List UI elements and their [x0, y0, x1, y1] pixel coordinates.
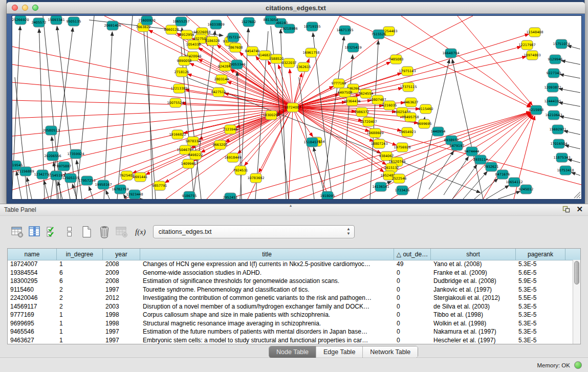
trash-icon[interactable]: [97, 225, 112, 239]
table-cell: 1: [57, 336, 103, 344]
splitter-handle-icon[interactable]: ▴: [290, 203, 292, 208]
table-options-icon[interactable]: [10, 225, 25, 239]
table-cell: 5.3E-5: [516, 260, 565, 269]
close-panel-icon[interactable]: ✕: [576, 205, 583, 213]
checkbox-list-icon[interactable]: [62, 225, 77, 239]
table-cell: Jankovic et al. (1997): [431, 286, 516, 294]
table-cell: 2: [57, 286, 103, 294]
network-node-label: 9129946: [548, 57, 563, 61]
network-node-label: 7485083: [389, 57, 404, 61]
column-header-2[interactable]: year: [103, 249, 140, 260]
network-node-label: 1054338: [186, 42, 201, 47]
network-node-label: 12505135: [62, 176, 79, 180]
network-node-label: 2522546: [392, 177, 407, 181]
network-node-label: 1362615: [296, 65, 311, 69]
network-node-label: 2718126: [175, 70, 189, 74]
memory-ok-indicator-icon[interactable]: [574, 361, 582, 369]
network-node-label: 9245012: [519, 187, 534, 191]
network-node-label: 8215958: [529, 108, 544, 112]
table-cell: Estimation of significance thresholds fo…: [140, 277, 394, 286]
table-cell: 5.3E-5: [516, 311, 565, 319]
column-header-6[interactable]: pagerank: [516, 249, 565, 260]
network-node-label: 7357224: [226, 35, 241, 39]
network-node-label: 20580513: [42, 128, 59, 133]
network-node-label: 10719155: [303, 25, 320, 29]
table-row[interactable]: 1938455462009Genome-wide association stu…: [8, 269, 573, 277]
float-panel-icon[interactable]: [562, 206, 570, 213]
table-row[interactable]: 946554611997Estimation of the future num…: [8, 327, 573, 336]
table-cell: Structural magnetic resonance image aver…: [140, 319, 394, 328]
network-node-label: 8454749: [245, 49, 260, 53]
table-cell: 2008: [103, 260, 140, 269]
network-node-label: 21600920: [138, 18, 155, 23]
table-cell: 0: [394, 277, 431, 286]
table-cell: 1: [57, 327, 103, 336]
network-node-label: 7663822: [136, 25, 151, 29]
network-node-label: 6216035: [382, 103, 397, 107]
network-node-label: 20364436: [343, 99, 360, 103]
table-row[interactable]: 1872400712008Changes of HCN gene express…: [8, 260, 573, 269]
network-node-label: 20691406: [104, 24, 121, 28]
window-titlebar[interactable]: citations_edges.txt: [7, 2, 585, 14]
table-cell: 5.3E-5: [516, 286, 565, 294]
delete-table-disabled-icon[interactable]: [115, 225, 129, 239]
network-node-label: 15093341: [48, 18, 64, 22]
table-cell: Hescheler et al. (1997): [431, 336, 516, 344]
table-cell: 22420046: [8, 294, 57, 302]
table-cell: 2009: [103, 269, 140, 277]
tab-network-table[interactable]: Network Table: [363, 346, 418, 358]
table-panel-header: ▴ Table Panel ✕: [0, 204, 588, 216]
network-node-label: 11156889: [17, 169, 34, 173]
select-checks-icon[interactable]: [45, 225, 59, 239]
table-row[interactable]: 2242004622012Investigating the contribut…: [8, 294, 573, 302]
tab-edge-table[interactable]: Edge Table: [316, 346, 363, 358]
table-cell: 0: [394, 336, 431, 344]
table-selector-dropdown[interactable]: citations_edges.txt ▲▼: [153, 225, 355, 238]
network-node-label: 16918449: [224, 156, 241, 160]
table-row[interactable]: 1456911722003Disruption of a novel membe…: [8, 302, 573, 311]
vertical-scrollbar[interactable]: [573, 260, 580, 344]
column-header-1[interactable]: in_degree: [57, 249, 103, 260]
citation-network-graph[interactable]: 1872400776638228660128891295418226058932…: [12, 16, 581, 199]
network-node-label: 16210643: [545, 113, 562, 117]
table-cell: 14569117: [8, 302, 57, 311]
network-node-label: 19166822: [169, 133, 186, 137]
node-attribute-table: namein_degreeyeartitle△ out_de…shortpage…: [7, 248, 581, 344]
network-node-label: 1691441: [133, 175, 148, 179]
dropdown-stepper-icon: ▲▼: [346, 227, 351, 236]
table-row[interactable]: 946362711997Embryonic stem cells: a mode…: [8, 336, 573, 344]
table-row[interactable]: 1830029562008Estimation of significance …: [8, 277, 573, 286]
column-select-icon[interactable]: [28, 225, 42, 239]
network-node-label: 16961758: [302, 51, 319, 55]
table-cell: 9115460: [8, 286, 57, 294]
table-row[interactable]: 911546021997Tourette syndrome. Phenomeno…: [8, 286, 573, 294]
selected-table-name: citations_edges.txt: [159, 228, 212, 235]
table-row[interactable]: 969969511998Structural magnetic resonanc…: [8, 319, 573, 328]
network-node-label: 19218986: [280, 27, 297, 31]
column-header-5[interactable]: short: [431, 249, 516, 260]
table-cell: 49: [394, 260, 431, 269]
network-node-label: 15184575: [303, 140, 320, 144]
network-node-label: 7515526: [372, 32, 386, 36]
function-builder-icon[interactable]: f(x): [135, 228, 146, 236]
scrollbar-thumb[interactable]: [574, 261, 579, 285]
network-node-label: 2405572: [32, 20, 47, 25]
table-cell: 5.3E-5: [516, 336, 565, 344]
network-node-label: 16033809: [207, 23, 224, 27]
network-node-label: 10783692: [247, 176, 264, 180]
network-node-label: 8813054: [264, 18, 278, 22]
column-header-4[interactable]: △ out_de…: [394, 249, 431, 260]
network-node-label: 18807243: [371, 142, 387, 146]
network-canvas[interactable]: 1872400776638228660128891295418226058932…: [12, 15, 582, 200]
column-header-0[interactable]: name: [8, 249, 57, 260]
new-document-icon[interactable]: [80, 225, 94, 239]
table-row[interactable]: 977716911998Corpus callosum shape and si…: [8, 311, 573, 319]
tab-node-table[interactable]: Node Table: [269, 346, 316, 358]
column-header-3[interactable]: title: [140, 249, 394, 260]
table-cell: 1997: [103, 336, 140, 344]
table-cell: 0: [394, 302, 431, 311]
network-node-label: 9777169: [332, 81, 346, 85]
network-node-label: 2803144: [214, 77, 229, 81]
network-node-label: 19756928: [394, 145, 410, 149]
resize-grip-icon[interactable]: [573, 190, 581, 199]
